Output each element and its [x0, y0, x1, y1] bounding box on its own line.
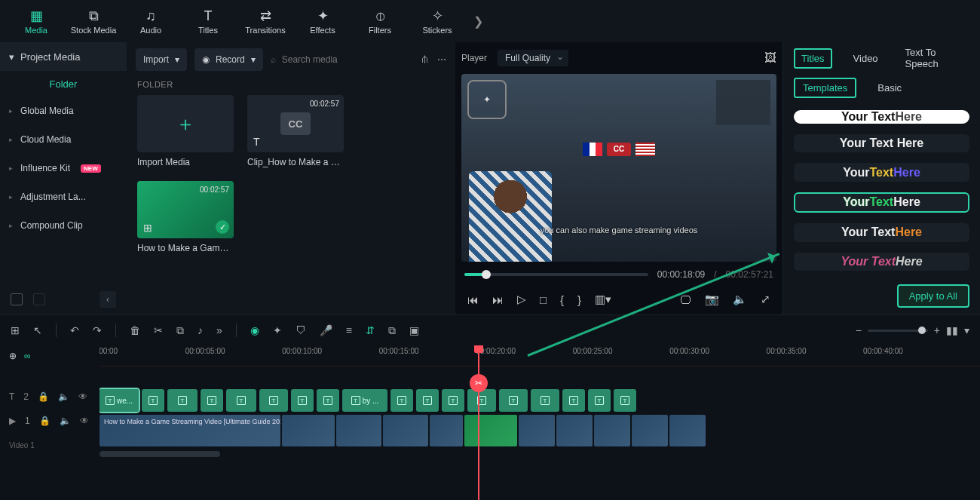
title-clip[interactable]: T [416, 389, 439, 412]
title-clip[interactable]: T [531, 389, 559, 412]
zoom-slider[interactable] [868, 330, 928, 332]
text-track-icon[interactable]: T [9, 391, 14, 402]
scrub-track[interactable] [464, 273, 648, 276]
meter-icon[interactable]: ▮▮ [946, 324, 958, 336]
video-clip[interactable] [383, 415, 428, 446]
mark-in-icon[interactable]: { [560, 293, 564, 306]
lock-icon[interactable]: 🔒 [39, 416, 51, 426]
import-media-tile[interactable]: ＋ Import Media [137, 95, 234, 167]
sidebar-cloud-media[interactable]: ▸Cloud Media [0, 125, 127, 154]
eye-icon[interactable]: 👁 [80, 416, 89, 426]
title-template-5[interactable]: Your Text Here [794, 223, 969, 241]
title-template-2[interactable]: Your Text Here [794, 134, 969, 152]
collapse-sidebar-icon[interactable]: ‹ [100, 291, 116, 308]
tab-titles[interactable]: Titles [794, 48, 832, 69]
play-icon[interactable]: ▷ [517, 293, 526, 306]
list-icon[interactable]: ≡ [346, 324, 352, 336]
undo-icon[interactable]: ↶ [70, 324, 79, 336]
ribbon-effects[interactable]: ✦Effects [296, 2, 350, 41]
title-clip[interactable]: T [588, 389, 611, 412]
device-icon[interactable]: ⧉ [388, 324, 396, 337]
filter-icon[interactable]: ⫛ [421, 54, 430, 65]
tab-video[interactable]: Video [847, 50, 884, 67]
expand-icon[interactable]: » [216, 324, 222, 336]
title-clip[interactable]: T [142, 389, 164, 412]
timeline-scrollbar[interactable] [100, 451, 980, 459]
ribbon-media[interactable]: ▦Media [9, 2, 63, 41]
title-clip[interactable]: Tby ... [342, 389, 387, 412]
title-clip[interactable]: T [291, 389, 314, 412]
music-icon[interactable]: ♪ [198, 324, 203, 336]
title-template-3[interactable]: Your Text Here [794, 163, 969, 181]
title-clip[interactable]: T [317, 389, 339, 412]
mark-out-icon[interactable]: } [577, 293, 581, 306]
ribbon-stock-media[interactable]: ⧉Stock Media [66, 2, 121, 41]
sidebar-influence-kit[interactable]: ▸Influence KitNEW [0, 154, 127, 183]
media-tile-cc[interactable]: 00:02:57CCT Clip_How to Make a G... [247, 95, 344, 167]
ribbon-more-icon[interactable]: ❯ [473, 14, 483, 29]
mic-icon[interactable]: 🎤 [320, 324, 332, 336]
zoom-in-icon[interactable]: + [934, 324, 940, 336]
title-clip[interactable]: T [467, 389, 496, 412]
title-track[interactable]: Twe... T T T T T T T Tby ... T T T T T T… [100, 389, 980, 412]
folder-tab[interactable]: Folder [0, 71, 127, 97]
stop-icon[interactable]: □ [540, 293, 547, 306]
title-clip[interactable]: T [442, 389, 464, 412]
ratio-dropdown-icon[interactable]: ▥▾ [595, 293, 611, 306]
zoom-menu-icon[interactable]: ▾ [964, 324, 969, 336]
record-dropdown[interactable]: ◉Record▾ [194, 48, 263, 71]
snapshot-icon[interactable]: 🖼 [764, 51, 776, 65]
title-clip[interactable]: T [167, 389, 198, 412]
project-media-header[interactable]: ▾Project Media [0, 42, 127, 71]
search-media[interactable]: ⌕ [271, 54, 413, 65]
ribbon-titles[interactable]: TTitles [181, 2, 235, 41]
subtab-templates[interactable]: Templates [794, 78, 856, 98]
playhead[interactable]: ✂ [478, 345, 479, 500]
scrub-knob[interactable] [482, 270, 491, 279]
title-clip[interactable]: T [226, 389, 256, 412]
split-icon[interactable]: ✂ [154, 324, 163, 336]
sidebar-global-media[interactable]: ▸Global Media [0, 97, 127, 125]
zoom-out-icon[interactable]: − [856, 324, 862, 336]
ribbon-filters[interactable]: ⦶Filters [353, 2, 407, 41]
fullscreen-icon[interactable]: ⤢ [761, 293, 770, 306]
title-template-1[interactable]: Your Text Here [794, 110, 969, 124]
sidebar-compound-clip[interactable]: ▸Compound Clip [0, 211, 127, 240]
grid-icon[interactable]: ⊞ [11, 324, 20, 336]
video-clip[interactable] [669, 415, 706, 446]
cut-scissor-icon[interactable]: ✂ [470, 374, 488, 392]
camera-icon[interactable]: 📷 [705, 293, 719, 306]
mute-icon[interactable]: 🔈 [60, 416, 71, 426]
video-track-icon[interactable]: ▶ [9, 416, 16, 426]
sync-icon[interactable]: ⇵ [366, 324, 375, 336]
next-frame-icon[interactable]: ⏭ [492, 293, 504, 306]
title-clip[interactable]: T [259, 389, 288, 412]
ribbon-audio[interactable]: ♫Audio [124, 2, 178, 41]
more-icon[interactable]: ⋯ [437, 54, 446, 65]
search-input[interactable] [282, 54, 413, 65]
title-clip[interactable]: T [201, 389, 223, 412]
add-track-icon[interactable]: ⊕ [9, 351, 17, 361]
title-clip[interactable]: T [562, 389, 585, 412]
sidebar-adjustment-layer[interactable]: ▸Adjustment La... [0, 183, 127, 211]
ai-icon[interactable]: ◉ [250, 324, 259, 336]
pip-icon[interactable]: ▣ [409, 324, 419, 336]
video-clip[interactable] [556, 415, 593, 446]
mute-icon[interactable]: 🔈 [58, 391, 69, 402]
tab-tts[interactable]: Text To Speech [899, 44, 969, 72]
video-track[interactable]: How to Make a Game Streaming Video [Ulti… [100, 415, 980, 446]
title-clip[interactable]: T [499, 389, 528, 412]
title-clip[interactable]: Twe... [100, 389, 139, 412]
ribbon-transitions[interactable]: ⇄Transitions [238, 2, 292, 41]
crop-icon[interactable]: ⧉ [176, 324, 184, 337]
cursor-icon[interactable]: ↖ [33, 324, 42, 336]
title-clip[interactable]: T [614, 389, 636, 412]
video-clip[interactable] [464, 415, 517, 446]
prev-frame-icon[interactable]: ⏮ [467, 293, 479, 306]
display-icon[interactable]: 🖵 [680, 293, 691, 306]
redo-icon[interactable]: ↷ [93, 324, 102, 336]
video-clip[interactable] [430, 415, 463, 446]
lock-icon[interactable]: 🔒 [38, 391, 49, 402]
ribbon-stickers[interactable]: ✧Stickers [410, 2, 464, 41]
media-tile-video[interactable]: 00:02:57⊞✓ How to Make a Game ... [137, 181, 234, 253]
